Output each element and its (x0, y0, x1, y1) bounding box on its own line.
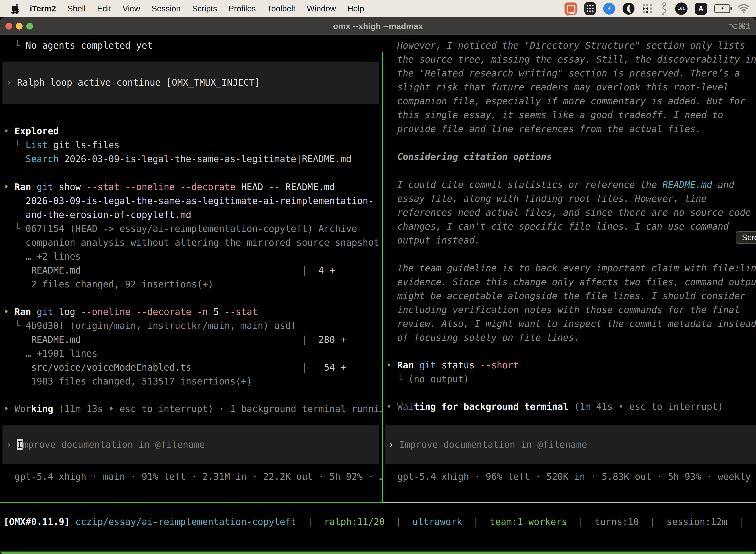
keyboard-grid-icon[interactable] (584, 2, 596, 15)
battery-icon[interactable]: ⚡ (714, 4, 730, 13)
git-show-more-lines: … +2 lines (0, 250, 382, 264)
menu-help[interactable]: Help (347, 4, 364, 13)
left-pane-border (0, 502, 382, 503)
dots-grid-icon[interactable] (642, 3, 653, 14)
reasoning-p3-line5: review. Also, I might want to inspect th… (383, 317, 756, 331)
menu-scripts[interactable]: Scripts (192, 4, 217, 13)
reasoning-p3-line1: The team guideline is to back every impo… (383, 261, 756, 275)
reasoning-p1-line3: the "Related research writing" section i… (383, 66, 756, 80)
reasoning-p2-line3: references need actual files, and since … (383, 206, 756, 220)
git-log-more-lines: … +1901 lines (0, 347, 382, 361)
reasoning-p2-line4: changes, I can't cite specific file line… (383, 220, 756, 233)
reasoning-p3-line4: including verification notes with those … (383, 303, 756, 317)
tmux-status-bar: [omx-cczip0:bash* "MacBook-Pro-44.local"… (0, 552, 756, 554)
right-input-prompt: › Improve documentation in @filename (385, 438, 756, 452)
left-input-box[interactable]: › Improve documentation in @filename (2, 426, 379, 464)
reasoning-p1-line1: However, I noticed the "Directory Struct… (383, 39, 756, 53)
right-agent-pane[interactable]: However, I noticed the "Directory Struct… (383, 35, 756, 489)
git-show-output-1: └ 067f154 (HEAD -> essay/ai-reimplementa… (0, 222, 382, 236)
left-input-prompt: › Improve documentation in @filename (2, 438, 379, 452)
menu-view[interactable]: View (123, 4, 140, 13)
menu-edit[interactable]: Edit (97, 4, 111, 13)
wifi-icon[interactable] (738, 4, 750, 13)
menu-status-icons: ⚡ ..61 A ⚡ (565, 2, 750, 15)
battery-bolt-icon: ⚡ (720, 5, 724, 12)
input-source-icon[interactable]: A (695, 3, 707, 15)
reasoning-p3-line2: evidence. Since this change only affects… (383, 275, 756, 289)
ralph-loop-prompt: › Ralph loop active continue [OMX_TMUX_I… (2, 76, 379, 90)
macos-menu-bar: iTerm2 Shell Edit View Session Scripts P… (0, 0, 756, 17)
chat-app-icon[interactable] (565, 2, 577, 15)
terminal-area: └ No agents completed yet › Ralph loop a… (0, 35, 756, 554)
reasoning-p3-line3: might be acceptable alongside the file l… (383, 289, 756, 303)
moon-icon[interactable] (623, 3, 634, 15)
git-show-summary: 2 files changed, 92 insertions(+) (0, 277, 382, 291)
left-model-status-line: gpt-5.4 xhigh · main · 91% left · 2.31M … (0, 470, 382, 484)
reasoning-p2-line2: essay file, along with finding root file… (383, 192, 756, 206)
reasoning-p1-line6: this single essay, it seems like a good … (383, 108, 756, 122)
menu-window[interactable]: Window (307, 4, 336, 13)
right-input-box[interactable]: › Improve documentation in @filename (385, 426, 756, 464)
reasoning-p1-line4: slight risk that future readers may over… (383, 80, 756, 94)
git-log-stat-voice: src/voice/voiceModeEnabled.ts | 54 + (0, 361, 382, 375)
git-show-stat-readme: README.md | 4 + (0, 264, 382, 277)
ralph-loop-prompt-box[interactable]: › Ralph loop active continue [OMX_TMUX_I… (2, 62, 379, 104)
working-status-line: • Working (11m 13s • esc to interrupt) ·… (0, 402, 382, 416)
explored-list-line: └ List git ls-files (0, 138, 382, 152)
waiting-status-line: • Waiting for background terminal (1m 41… (383, 400, 756, 414)
agents-status-line: └ No agents completed yet (0, 39, 382, 53)
window-title-bar[interactable]: omx --xhigh --madmax ⌥⌘1 (0, 17, 756, 35)
reasoning-heading: Considering citation options (383, 150, 756, 164)
right-model-status-line: gpt-5.4 xhigh · 96% left · 520K in · 5.8… (383, 470, 756, 484)
battery-percent-icon[interactable]: ..61 (675, 2, 688, 15)
pane-divider[interactable] (382, 52, 383, 503)
git-status-no-output: └ (no output) (383, 372, 756, 386)
reasoning-p3-line6: of focusing solely on file lines. (383, 331, 756, 345)
git-log-output-1: └ 4b9d30f (origin/main, instructkr/main,… (0, 319, 382, 333)
menu-iterm2[interactable]: iTerm2 (30, 4, 56, 13)
git-log-stat-readme: README.md | 280 + (0, 333, 382, 347)
menu-profiles[interactable]: Profiles (229, 4, 256, 13)
git-show-arg-line-2: and-the-erosion-of-copyleft.md (0, 208, 382, 222)
right-pane-border (383, 502, 756, 503)
iterm2-window: omx --xhigh --madmax ⌥⌘1 └ No agents com… (0, 17, 756, 554)
git-show-output-2: companion analysis without altering the … (0, 236, 382, 250)
reasoning-p1-line7: provide file and line references from th… (383, 122, 756, 136)
reasoning-p2-line5: output instead. (383, 233, 756, 247)
screen-share-chip-label: Scre (742, 233, 756, 242)
git-show-arg-line-1: 2026-03-09-is-legal-the-same-as-legitima… (0, 194, 382, 208)
menu-session[interactable]: Session (151, 4, 181, 13)
window-title: omx --xhigh --madmax (0, 21, 756, 31)
omx-status-bar: [OMX#0.11.9] cczip/essay/ai-reimplementa… (0, 515, 756, 529)
reasoning-p2-line1: I could cite commit statistics or refere… (383, 178, 756, 192)
explored-header: • Explored (0, 124, 382, 138)
blue-badge-icon[interactable]: ⚡ (603, 3, 615, 15)
ran-git-status-line: • Ran git status --short (383, 358, 756, 372)
reasoning-p1-line5: companion file, especially if more comme… (383, 94, 756, 108)
menu-shell[interactable]: Shell (67, 4, 85, 13)
accessibility-icon[interactable] (660, 2, 668, 15)
apple-menu-icon[interactable] (11, 4, 19, 14)
ran-git-log-line: • Ran git log --oneline --decorate -n 5 … (0, 305, 382, 319)
ran-git-show-line: • Ran git show --stat --oneline --decora… (0, 180, 382, 194)
menu-toolbelt[interactable]: Toolbelt (267, 4, 296, 13)
explored-search-line: Search 2026-03-09-is-legal-the-same-as-l… (0, 152, 382, 166)
git-log-summary: 1903 files changed, 513517 insertions(+) (0, 375, 382, 388)
screen-share-chip[interactable]: Scre (736, 231, 756, 244)
left-agent-pane[interactable]: └ No agents completed yet › Ralph loop a… (0, 35, 382, 489)
reasoning-p1-line2: the source tree, missing the essay. Stil… (383, 53, 756, 66)
